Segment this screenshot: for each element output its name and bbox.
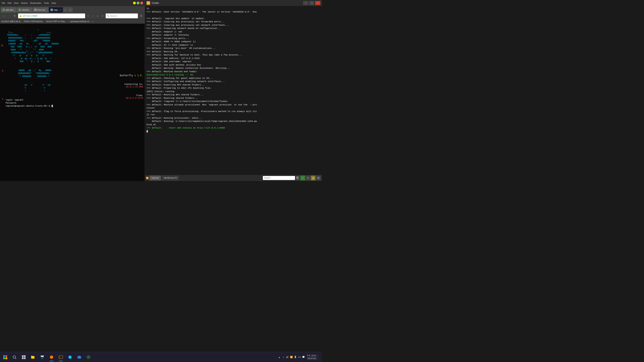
cmder-tab-1-label: ruby.exe [151, 177, 159, 179]
cmder-line-15: default: SSH address: 127.0.0.1:2222 [146, 57, 320, 60]
ff-refresh-button[interactable]: ↻ [12, 13, 17, 18]
ff-tab-4-label: vagr... [54, 9, 59, 11]
cmder-line-33: ==> default: Running provisioner: shell.… [146, 116, 320, 120]
cmder-line-3: ==> default: `vagrant box update` to upd… [146, 17, 320, 20]
ff-tab-1-label: add web... [6, 9, 15, 11]
butterfly-connecting-label: Connecting to: [120, 83, 143, 85]
cmder-line-29: ==> default: Machine already provisioned… [146, 103, 320, 107]
ff-forward-button[interactable]: → [7, 13, 12, 18]
github-icon-2 [18, 9, 21, 11]
cmder-close-button[interactable]: × [315, 1, 320, 5]
ff-tab-2-label: lukehob... [22, 9, 30, 11]
cmder-line-23: ==> default: Exporting NFS shared folder… [146, 83, 320, 87]
ff-close-button[interactable]: × [140, 1, 143, 4]
menu-bookmarks[interactable]: Bookmarks [30, 2, 42, 4]
ff-new-tab-button[interactable]: + [68, 7, 73, 12]
butterfly-from-label: From: [120, 94, 143, 97]
cmder-line-36: ==> default: Start web console at http:/… [146, 126, 320, 130]
menu-tools[interactable]: Tools [44, 2, 49, 4]
ff-overflow-button[interactable]: » [100, 14, 105, 18]
cmder-line-14: ==> default: Waiting for machine to boot… [146, 53, 320, 57]
ff-bookmarks-overflow[interactable]: » [92, 20, 94, 23]
ff-tab-4-close[interactable]: × [60, 9, 61, 11]
ff-search-placeholder: Search [110, 15, 117, 17]
ff-titlebar: File Edit View History Bookmarks Tools H… [0, 0, 145, 6]
ff-search-bar[interactable]: 🔍 Search [106, 13, 138, 18]
ff-tab-2[interactable]: lukehob... [17, 7, 32, 12]
cmder-line-9: ==> default: Forwarding ports... [146, 37, 320, 40]
ff-tab-1[interactable]: add web... [1, 7, 16, 12]
ff-bookmark-4[interactable]: ⬡ gaia/apps/settings at... [68, 20, 90, 22]
cmder-line-18: default: Warning: Remote connection disc… [146, 66, 320, 70]
cmder-tab-2-label: winnfsd.exe [*] [164, 177, 177, 179]
cmder-panel: λ Cmder − □ × ly ==> default: have versi… [145, 0, 322, 181]
ff-bookmark-1[interactable]: 生化奇兵 無限之城 攻... [1, 20, 22, 23]
terminal-line-numbers: 10 0 [0, 24, 4, 181]
terminal-with-lines: 10 0 [0, 24, 145, 181]
menu-file[interactable]: File [2, 2, 5, 4]
cmder-minimize-button[interactable]: − [303, 1, 308, 5]
cmder-logo-icon: λ [146, 1, 150, 5]
terminal-login: login: vagrant [6, 98, 24, 101]
menu-view[interactable]: View [14, 2, 19, 4]
cmder-line-17: default: SSH auth method: private key [146, 63, 320, 67]
cmder-line-28: default: /vagrant => C:/Users/lin/Docume… [146, 100, 320, 103]
ff-menu-bar: File Edit View History Bookmarks Tools H… [2, 2, 56, 4]
ff-bookmark-2[interactable]: Firefox OS/Periphera... [24, 20, 44, 22]
ff-bookmark-3[interactable]: Send to WIP on Gaia... [46, 20, 66, 22]
cmder-search-button[interactable]: 🔍 [296, 176, 300, 180]
cmder-tab-2[interactable]: winnfsd.exe [*] [162, 176, 179, 180]
ff-toolbar-buttons: ☆ ↓ ⌂ » [86, 14, 105, 18]
ff-tab-3[interactable]: How can... [32, 7, 48, 12]
ff-terminal-content: 10 0 [0, 24, 145, 181]
cmder-tabbar-logo: λ [146, 177, 148, 179]
ff-tab-4[interactable]: vagr... × [49, 7, 63, 12]
cmder-lock-button[interactable]: 🔒 [311, 176, 316, 180]
ff-maximize-button[interactable]: □ [137, 1, 140, 4]
cmder-line-11: default: 22 => 2222 (adapter 1) [146, 43, 320, 47]
menu-help[interactable]: Help [51, 2, 56, 4]
ff-search-icon: 🔍 [107, 15, 109, 17]
cmder-maximize-button[interactable]: □ [309, 1, 314, 5]
cmder-line-8: default: Adapter 2: hostonly [146, 33, 320, 37]
ff-tabbar: add web... lukehob... How can... vagr...… [0, 6, 145, 12]
cmder-line-22: ==> default: Configuring and enabling ne… [146, 80, 320, 83]
cmder-line-10: default: 9000 => 9000 (adapter 1) [146, 40, 320, 43]
ff-back-button[interactable]: ← [1, 13, 6, 18]
ff-home-button[interactable]: ⌂ [96, 14, 100, 18]
ff-tab-3-label: How can... [38, 9, 47, 11]
cmder-add-tab-button[interactable]: + [300, 176, 305, 180]
ff-window-controls: − □ × [133, 1, 143, 4]
butterfly-version: v 1.5. [134, 74, 143, 77]
butterfly-from-addr: 10.0.2.2:5179 [120, 97, 143, 99]
menu-history[interactable]: History [21, 2, 28, 4]
cmder-grid-button[interactable]: ⊞ [316, 176, 321, 180]
ff-urlbar[interactable]: 🔒 127.0.0.1:9000 [18, 13, 85, 18]
cmder-tab-1[interactable]: ruby.exe [149, 176, 161, 180]
cmder-search-input[interactable] [263, 176, 295, 180]
butterfly-connect-addr: 10.0.2.15:900 [120, 85, 143, 88]
ff-bookmark-star-button[interactable]: ☆ [86, 14, 90, 18]
ff-tab-overflow[interactable]: » [63, 7, 67, 12]
ff-minimize-button[interactable]: − [133, 1, 136, 4]
menu-edit[interactable]: Edit [8, 2, 12, 4]
ff-download-button[interactable]: ↓ [91, 14, 95, 18]
cmder-search-area: 🔍 [180, 176, 300, 180]
ff-hamburger-button[interactable]: ≡ [139, 13, 144, 18]
butterfly-info: butterfly v 1.5. Connecting to: 10.0.2.1… [120, 74, 143, 99]
cmder-line-1: ==> default: have version '20150923.0.0'… [146, 10, 320, 14]
cmder-line-26: ==> default: Mounting NFS shared folders… [146, 93, 320, 96]
ff-navbar: ← → ↻ 🔒 127.0.0.1:9000 ☆ ↓ ⌂ » 🔍 Search … [0, 12, 145, 19]
cmder-line-4: ==> default: Clearing any previously set… [146, 20, 320, 23]
cmder-line-25: [NFS] Status: running [146, 90, 320, 93]
cmder-line-34: default: Running: C:/Users/lin/AppData/L… [146, 120, 320, 123]
cmder-line-20: GuestAdditions 5.0.4 running --- OK. [146, 73, 320, 77]
cmder-title: Cmder [152, 1, 302, 4]
cmder-terminal-output: ly ==> default: have version '20150923.0… [145, 6, 322, 175]
cmder-line-7: default: Adapter 1: nat [146, 30, 320, 33]
cmder-line-16: default: SSH username: vagrant [146, 60, 320, 63]
cmder-line-27: ==> default: Mounting shared folders... [146, 96, 320, 100]
cmder-menu-button[interactable]: ≡ [306, 176, 310, 180]
firefox-panel: File Edit View History Bookmarks Tools H… [0, 0, 145, 181]
cmder-line-6: ==> default: Preparing network based on … [146, 27, 320, 30]
